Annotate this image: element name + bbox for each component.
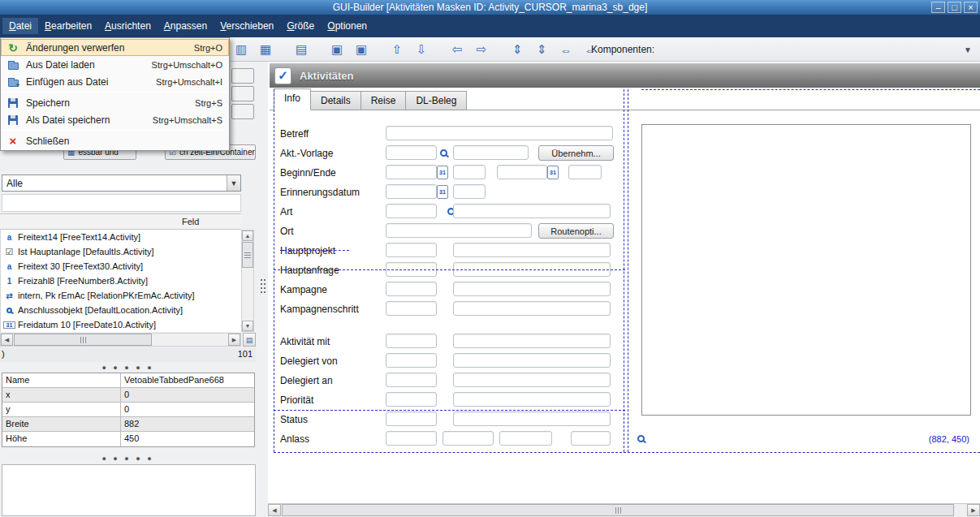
form-field[interactable] [386, 373, 437, 387]
scroll-up-arrow[interactable]: ▲ [242, 230, 253, 241]
menubar-item-verschieben[interactable]: Verschieben [214, 18, 280, 34]
menubar-item-optionen[interactable]: Optionen [321, 18, 373, 34]
move-down-icon[interactable]: ⇩ [412, 41, 430, 58]
form-field[interactable] [568, 165, 602, 179]
chevron-down-icon[interactable]: ▼ [961, 44, 974, 56]
scroll-thumb[interactable] [14, 334, 152, 346]
file-menu-item-4[interactable]: SpeichernStrg+S [1, 94, 229, 111]
property-row[interactable]: x0 [2, 388, 254, 403]
form-field[interactable] [453, 334, 611, 348]
form-button[interactable]: Übernehm... [538, 145, 614, 161]
panel-button-stub[interactable] [231, 104, 254, 119]
copy-frame-icon[interactable]: ▣ [328, 41, 346, 58]
resize-height-alt-icon[interactable]: ⇕ [533, 41, 550, 58]
splitter-grip-horizontal[interactable]: ● ● ● ● ● [0, 455, 256, 463]
menubar-item-ausrichten[interactable]: Ausrichten [98, 18, 158, 34]
form-field[interactable] [386, 184, 437, 199]
property-row[interactable]: NameVetoableTabbedPane668 [2, 373, 254, 388]
form-button[interactable]: Routenopti... [538, 223, 614, 239]
tab-dl-beleg[interactable]: DL-Beleg [406, 91, 467, 110]
form-field[interactable] [499, 431, 552, 446]
form-field[interactable] [453, 353, 611, 368]
form-field[interactable] [453, 282, 611, 296]
form-field[interactable] [386, 223, 532, 238]
filter-dropdown[interactable]: Alle ▼ [2, 174, 241, 192]
field-list-item[interactable]: ⇄intern, Pk rEmAc [RelationPKrEmAc.Activ… [1, 288, 241, 303]
filter-input[interactable] [2, 194, 241, 212]
field-list-item[interactable]: aFreitext 30 [FreeText30.Activity] [1, 259, 241, 274]
tab-details[interactable]: Details [311, 91, 361, 110]
resize-height-icon[interactable]: ⇕ [508, 41, 526, 58]
calendar-button[interactable]: 31 [437, 185, 448, 199]
form-field[interactable] [453, 392, 611, 407]
close-button[interactable]: × [964, 2, 978, 13]
file-menu-item-0[interactable]: ↻Änderungen verwerfenStrg+O [1, 39, 229, 56]
fields-view-button[interactable]: ▤ [243, 333, 256, 347]
form-field[interactable] [453, 301, 611, 316]
form-field[interactable] [386, 243, 437, 257]
file-menu-item-5[interactable]: Als Datei speichernStrg+Umschalt+S [1, 111, 229, 128]
form-field[interactable] [386, 126, 613, 140]
menubar-item-anpassen[interactable]: Anpassen [158, 18, 214, 34]
form-field[interactable] [386, 334, 437, 348]
form-field[interactable] [386, 392, 437, 407]
designed-panel[interactable] [641, 124, 971, 416]
form-field[interactable] [453, 184, 486, 199]
form-titlebar[interactable]: ✓ Aktivitäten [270, 63, 980, 88]
form-field[interactable] [453, 243, 611, 257]
file-menu-item-2[interactable]: Einfügen aus DateiStrg+Umschalt+I [1, 73, 229, 90]
columns-view-icon[interactable]: ▥ [232, 41, 250, 58]
panel-button-stub[interactable] [231, 68, 254, 84]
form-field[interactable] [386, 301, 437, 316]
field-list-item[interactable]: ☑Ist Hauptanlage [DefaultIs.Activity] [1, 244, 241, 259]
form-field[interactable] [453, 204, 611, 218]
form-field[interactable] [453, 411, 611, 426]
resize-width-icon[interactable]: ⇔ [557, 41, 575, 58]
calendar-button[interactable]: 31 [547, 166, 559, 179]
move-left-icon[interactable]: ⇦ [448, 41, 466, 58]
form-field[interactable] [453, 145, 529, 160]
list-horizontal-scrollbar[interactable]: ◀ ▶ [0, 333, 241, 347]
table-view-icon[interactable]: ▤ [292, 41, 310, 58]
panel-button-stub[interactable] [231, 86, 254, 101]
menubar-item-datei[interactable]: Datei [2, 18, 38, 34]
form-field[interactable] [386, 145, 437, 160]
scroll-right-arrow[interactable]: ▶ [228, 334, 240, 346]
maximize-button[interactable]: □ [948, 2, 961, 13]
menubar-item-bearbeiten[interactable]: Bearbeiten [38, 18, 98, 34]
lookup-icon[interactable] [637, 435, 645, 442]
menubar-item-größe[interactable]: Größe [280, 18, 321, 34]
file-menu-item-1[interactable]: Aus Datei ladenStrg+Umschalt+O [1, 56, 229, 73]
scroll-right-arrow[interactable]: ▶ [967, 504, 980, 516]
form-field[interactable] [386, 411, 437, 426]
form-field[interactable] [571, 431, 611, 446]
scroll-down-arrow[interactable]: ▼ [242, 321, 253, 331]
scroll-thumb[interactable] [282, 504, 954, 516]
file-menu-item-7[interactable]: ×Schließen [1, 132, 229, 149]
paste-frame-icon[interactable]: ▣ [352, 41, 370, 58]
form-field[interactable] [386, 431, 437, 446]
scroll-thumb[interactable] [242, 242, 253, 268]
panel-splitter[interactable] [257, 62, 268, 517]
tab-reise[interactable]: Reise [361, 91, 407, 110]
field-list-item[interactable]: 31Freidatum 10 [FreeDate10.Activity] [1, 317, 241, 332]
field-list-item[interactable]: 1Freizahl8 [FreeNumber8.Activity] [1, 274, 241, 288]
property-row[interactable]: Breite882 [2, 417, 254, 432]
form-field[interactable] [443, 431, 494, 446]
calendar-button[interactable]: 31 [437, 166, 448, 179]
property-row[interactable]: y0 [2, 403, 254, 417]
form-field[interactable] [386, 204, 437, 218]
splitter-grip-horizontal[interactable]: ● ● ● ● ● [0, 364, 256, 372]
tab-info[interactable]: Info [274, 88, 311, 110]
move-up-icon[interactable]: ⇧ [388, 41, 406, 58]
grid-view-icon[interactable]: ▦ [257, 41, 274, 58]
minimize-button[interactable]: – [931, 2, 945, 13]
move-right-icon[interactable]: ⇨ [473, 41, 490, 58]
scroll-left-arrow[interactable]: ◀ [1, 334, 13, 346]
list-vertical-scrollbar[interactable]: ▲ ▼ [241, 230, 254, 332]
form-field[interactable] [453, 165, 486, 179]
property-row[interactable]: Höhe450 [2, 432, 254, 446]
form-field[interactable] [386, 353, 437, 368]
form-field[interactable] [453, 373, 611, 387]
lookup-icon[interactable] [440, 149, 447, 157]
